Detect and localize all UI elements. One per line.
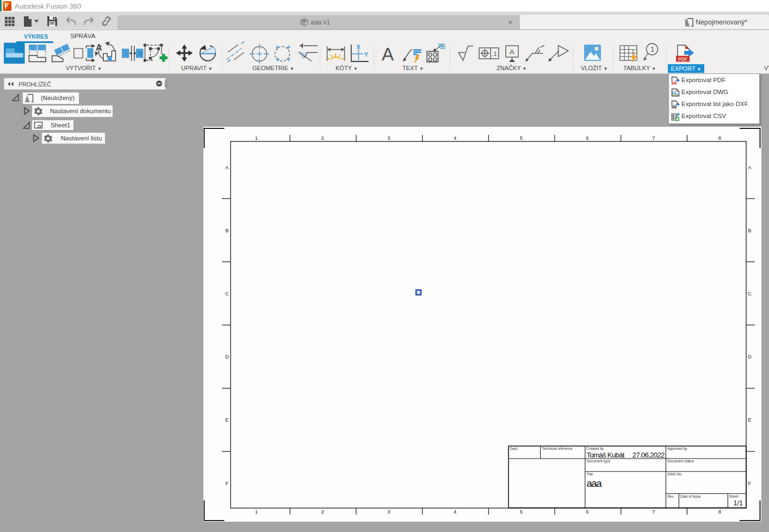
svg-text:6: 6 <box>586 135 588 141</box>
svg-text:Document type: Document type <box>586 459 610 463</box>
svg-text:3: 3 <box>387 509 390 515</box>
svg-text:7: 7 <box>652 135 655 141</box>
svg-text:DWG No.: DWG No. <box>667 472 683 476</box>
svg-text:A: A <box>382 44 394 64</box>
svg-text:Rev.: Rev. <box>667 494 674 498</box>
svg-text:PDF: PDF <box>672 82 677 84</box>
svg-text:1/1: 1/1 <box>734 499 743 507</box>
svg-text:Document status: Document status <box>667 459 694 463</box>
svg-text:8: 8 <box>718 135 721 141</box>
svg-text:4: 4 <box>454 135 456 141</box>
svg-text:Created by: Created by <box>586 447 604 451</box>
svg-text:4: 4 <box>454 509 456 515</box>
svg-text:1: 1 <box>255 509 258 515</box>
svg-text:F: F <box>748 480 752 486</box>
svg-text:DXF: DXF <box>672 106 677 108</box>
svg-text:Dept.: Dept. <box>510 447 519 451</box>
svg-text:A: A <box>510 48 514 56</box>
svg-text:1: 1 <box>255 135 258 141</box>
svg-text:Tomáš Kubát: Tomáš Kubát <box>587 451 625 459</box>
svg-text:3: 3 <box>387 135 390 141</box>
svg-text:A: A <box>225 164 229 170</box>
svg-text:Approved by: Approved by <box>667 447 687 451</box>
svg-text:Title: Title <box>586 472 593 476</box>
svg-text:5: 5 <box>520 135 523 141</box>
svg-text:aaa: aaa <box>587 478 603 489</box>
svg-text:B: B <box>225 227 228 233</box>
svg-text:C: C <box>225 290 229 296</box>
svg-text:PDF: PDF <box>678 57 687 62</box>
svg-text:Y: Y <box>364 51 369 58</box>
svg-text:5: 5 <box>520 509 523 515</box>
svg-text:B: B <box>748 227 751 233</box>
svg-text:C: C <box>748 290 752 296</box>
svg-text:A: A <box>748 164 752 170</box>
svg-text:E: E <box>748 417 751 423</box>
svg-text:D: D <box>748 354 752 360</box>
svg-text:Technical reference: Technical reference <box>542 447 573 450</box>
svg-text:1: 1 <box>650 46 654 53</box>
svg-text:F: F <box>226 480 229 486</box>
svg-text:2: 2 <box>321 135 324 141</box>
svg-text:E: E <box>225 417 228 423</box>
svg-text:.1: .1 <box>492 51 497 57</box>
svg-text:6: 6 <box>586 509 588 515</box>
svg-text:Date of issue: Date of issue <box>680 494 701 498</box>
svg-text:X: X <box>356 44 361 50</box>
svg-text:8: 8 <box>718 509 721 515</box>
svg-text:2: 2 <box>321 509 324 515</box>
svg-text:27.06.2022: 27.06.2022 <box>632 451 665 459</box>
svg-text:D: D <box>225 354 229 360</box>
svg-text:Sheet: Sheet <box>729 494 739 498</box>
svg-text:7: 7 <box>652 509 655 515</box>
